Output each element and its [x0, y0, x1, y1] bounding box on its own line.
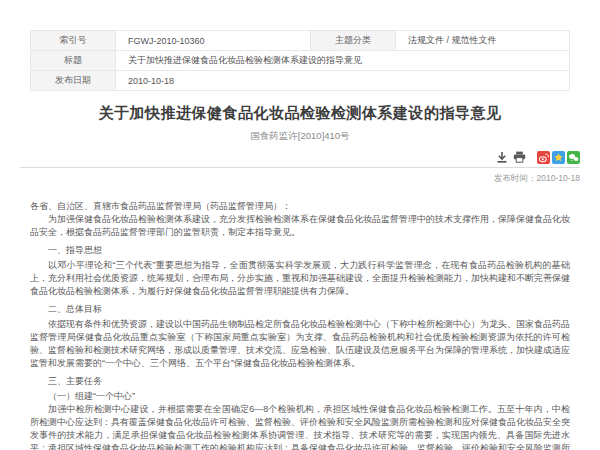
publish-time-label: 发布时间： [494, 173, 537, 183]
meta-value-subject-category: 法规文件 / 规范性文件 [396, 31, 570, 51]
meta-label-subject-category: 主题分类 [311, 31, 396, 51]
wechat-share-icon[interactable] [567, 151, 580, 164]
paragraph-overall-goal: 依据现有条件和优势资源，建设以中国药品生物制品检定所食品化妆品检验检测中心（下称… [30, 318, 570, 370]
meta-label-title: 标题 [31, 51, 116, 71]
publish-time: 发布时间：2010-10-18 [20, 173, 580, 185]
page-title: 关于加快推进保健食品化妆品检验检测体系建设的指导意见 [0, 104, 600, 123]
subsection-heading-one-center: （一）组建“一个中心” [30, 390, 570, 403]
document-page: 索引号 FGWJ-2010-10360 主题分类 法规文件 / 规范性文件 标题… [0, 0, 600, 450]
paragraph-main-task: 加强中检所检测中心建设，并根据需要在全国确定6—8个检验机构，承担区域性保健食品… [30, 403, 570, 450]
paragraph-guiding-ideology: 以邓小平理论和“三个代表”重要思想为指导，全面贯彻落实科学发展观，大力践行科学监… [30, 259, 570, 298]
share-icon-group [537, 151, 580, 164]
publish-time-value: 2010-10-18 [537, 173, 580, 183]
doc-number: 国食药监许[2010]410号 [0, 130, 600, 143]
weibo-share-icon[interactable] [537, 151, 550, 164]
table-row: 标题 关于加快推进保健食品化妆品检验检测体系建设的指导意见 [31, 51, 570, 71]
document-body: 各省、自治区、直辖市食品药品监督管理局（药品监督管理局）： 为加强保健食品化妆品… [30, 200, 570, 450]
download-icon[interactable] [496, 151, 508, 163]
header-divider [20, 167, 580, 168]
section-heading-2: 二、总体目标 [30, 303, 570, 316]
meta-label-publish-date: 发布日期 [31, 71, 116, 91]
meta-label-index-number: 索引号 [31, 31, 116, 51]
document-meta-table: 索引号 FGWJ-2010-10360 主题分类 法规文件 / 规范性文件 标题… [30, 30, 570, 91]
meta-value-title: 关于加快推进保健食品化妆品检验检测体系建设的指导意见 [116, 51, 570, 71]
paragraph-intro: 为加强保健食品化妆品检验检测体系建设，充分发挥检验检测体系在保健食品化妆品监督管… [30, 213, 570, 239]
print-icon[interactable] [513, 151, 526, 163]
paragraph-salutation: 各省、自治区、直辖市食品药品监督管理局（药品监督管理局）： [30, 200, 570, 213]
meta-value-index-number: FGWJ-2010-10360 [116, 31, 311, 51]
section-heading-3: 三、主要任务 [30, 375, 570, 388]
document-toolbar [20, 150, 580, 164]
table-row: 索引号 FGWJ-2010-10360 主题分类 法规文件 / 规范性文件 [31, 31, 570, 51]
table-row: 发布日期 2010-10-18 [31, 71, 570, 91]
qzone-share-icon[interactable] [552, 151, 565, 164]
meta-value-publish-date: 2010-10-18 [116, 71, 570, 91]
section-heading-1: 一、指导思想 [30, 244, 570, 257]
